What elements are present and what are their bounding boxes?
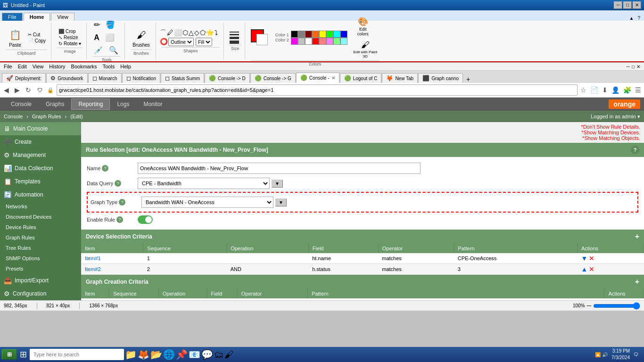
app-tab-logs[interactable]: Logs [110, 99, 136, 110]
device-selection-add-icon[interactable]: + [635, 232, 639, 241]
address-bar[interactable] [57, 84, 578, 96]
rotate-button[interactable]: ↻ Rotate ▾ [57, 41, 83, 47]
rule-help-icon[interactable]: ? [631, 146, 639, 154]
graph-type-go-btn[interactable]: ▼ [275, 198, 287, 206]
ribbon-tab-file[interactable]: File [2, 13, 23, 21]
tab-logout[interactable]: 🟢 Logout of C [340, 73, 382, 83]
app-tab-reporting[interactable]: Reporting [71, 99, 110, 110]
close-button[interactable]: ✕ [633, 1, 641, 9]
ribbon-tab-home[interactable]: Home [24, 13, 50, 21]
fill-button[interactable]: 🪣 [104, 20, 116, 30]
copy-button[interactable]: 📄 Copy [26, 38, 47, 44]
back-button[interactable]: ◀ [2, 85, 11, 95]
edit-colors-button[interactable]: 🎨 Edit colors [351, 16, 375, 37]
tab-monarch[interactable]: ◻ Monarch [88, 73, 122, 83]
sidebar-data-collection[interactable]: 📊 Data Collection [0, 162, 81, 175]
browser-max-btn[interactable]: □ [632, 64, 635, 69]
enable-rule-toggle[interactable] [138, 215, 153, 224]
tab-deployment[interactable]: 🚀 Deployment: [2, 73, 46, 83]
ribbon-collapse-btn[interactable]: ▲ [629, 16, 634, 21]
sidebar-configuration[interactable]: ⚙ Configuration [0, 287, 81, 300]
tab-graph-cannot[interactable]: ⬛ Graph canno [418, 73, 463, 83]
menu-bookmarks[interactable]: Bookmarks [71, 64, 97, 69]
swatch-silver[interactable] [298, 38, 305, 45]
text-button[interactable]: A [92, 33, 101, 42]
magnifier-button[interactable]: 🔍 [107, 45, 120, 55]
profile-button[interactable]: 👤 [611, 85, 620, 95]
name-input[interactable] [138, 163, 421, 174]
swatch-lightred[interactable] [319, 38, 326, 45]
sidebar-discovered-devices[interactable]: Discovered Devices [0, 212, 81, 222]
device-row2-item[interactable]: Item#2 [85, 266, 101, 272]
brushes-button[interactable]: 🖌 Brushes [131, 26, 152, 49]
new-tab-button[interactable]: + [463, 75, 473, 83]
minimize-button[interactable]: ─ [614, 1, 622, 9]
tab-console-active[interactable]: 🟢 Console - ✕ [296, 73, 339, 83]
color2-swatch[interactable] [256, 34, 268, 45]
tab-console-d[interactable]: 🟢 Console -> D [205, 73, 250, 83]
sidebar-tree-rules[interactable]: Tree Rules [0, 243, 81, 253]
swatch-white[interactable] [305, 38, 312, 45]
sidebar-import-export[interactable]: 📤 Import/Export [0, 274, 81, 287]
app-tab-console[interactable]: Console [4, 99, 39, 110]
logged-in-label[interactable]: Logged in as admin ▾ [591, 114, 640, 120]
tab-console-close[interactable]: ✕ [331, 75, 335, 81]
data-query-select[interactable]: CPE - Bandwidth [138, 178, 270, 189]
name-help-icon[interactable]: ? [102, 165, 108, 172]
menu-edit[interactable]: Edit [18, 64, 27, 69]
zoom-out-btn[interactable]: ─ [587, 302, 591, 309]
breadcrumb-console[interactable]: Console [4, 114, 23, 119]
swatch-black[interactable] [291, 31, 298, 38]
swatch-lightcyan[interactable] [340, 38, 347, 45]
sidebar-templates[interactable]: 📋 Templates [0, 175, 81, 188]
swatch-cyan[interactable] [333, 31, 340, 38]
menu-view[interactable]: View [33, 64, 44, 69]
show-matching-devices[interactable]: *Show Matching Devices. [85, 130, 640, 135]
data-query-go-btn[interactable]: ▼ [272, 180, 283, 188]
sidebar-automation[interactable]: 🔄 Automation [0, 188, 81, 201]
enable-rule-help-icon[interactable]: ? [116, 216, 123, 223]
swatch-magenta[interactable] [291, 38, 298, 45]
sidebar-networks[interactable]: Networks [0, 201, 81, 212]
swatch-darkred[interactable] [305, 31, 312, 38]
bookmark-button[interactable]: ☆ [579, 85, 587, 95]
sidebar-main-console[interactable]: 🖥 Main Console [0, 122, 81, 135]
edit-with-paint3d-button[interactable]: 🖌 Edit with Paint 3D [351, 39, 380, 59]
ribbon-tab-view[interactable]: View [51, 13, 74, 21]
sidebar-management[interactable]: ⚙ Management [0, 148, 81, 162]
fill-select[interactable]: Fill [196, 38, 212, 46]
menu-button[interactable]: ☰ [634, 85, 642, 95]
sidebar-snmp-options[interactable]: SNMP Options [0, 253, 81, 263]
graph-type-select[interactable]: Bandwidth WAN - OneAccess [141, 197, 273, 208]
eraser-button[interactable]: ⬜ [104, 33, 116, 42]
refresh-button[interactable]: ↻ [24, 85, 33, 95]
swatch-orange[interactable] [312, 31, 319, 38]
sidebar-graph-rules[interactable]: Graph Rules [0, 232, 81, 243]
graph-type-help-icon[interactable]: ? [119, 199, 125, 206]
cut-button[interactable]: ✂ Cut [26, 32, 47, 38]
resize-button[interactable]: ⤡ Resize [57, 34, 83, 41]
show-matching-objects[interactable]: *Show Matching Objects. [85, 135, 640, 141]
data-query-help-icon[interactable]: ? [115, 180, 121, 187]
reader-view-button[interactable]: 📄 [589, 85, 599, 95]
device-row1-del-btn[interactable]: ✕ [589, 255, 594, 262]
swatch-green[interactable] [326, 31, 333, 38]
swatch-red[interactable] [312, 38, 319, 45]
pick-color-button[interactable]: 💉 [92, 45, 105, 55]
device-row1-item[interactable]: Item#1 [85, 255, 101, 261]
swatch-lightgreen[interactable] [333, 38, 340, 45]
pencil-button[interactable]: ✏ [92, 20, 101, 30]
menu-tools[interactable]: Tools [103, 64, 115, 69]
device-row2-del-btn[interactable]: ✕ [589, 265, 594, 273]
browser-min-btn[interactable]: ─ [627, 64, 630, 69]
graph-creation-add-icon[interactable]: + [635, 278, 639, 286]
app-tab-monitor[interactable]: Monitor [136, 99, 169, 110]
swatch-lightmagenta[interactable] [326, 38, 333, 45]
paste-button[interactable]: 📋 Paste [6, 26, 25, 49]
zoom-slider[interactable] [593, 302, 640, 310]
swatch-blue[interactable] [340, 31, 347, 38]
maximize-button[interactable]: □ [623, 1, 632, 9]
tab-new-tab[interactable]: 🦊 New Tab [382, 73, 418, 83]
device-row2-up-btn[interactable]: ▲ [581, 265, 587, 273]
sidebar-create[interactable]: ➕ Create [0, 135, 81, 148]
